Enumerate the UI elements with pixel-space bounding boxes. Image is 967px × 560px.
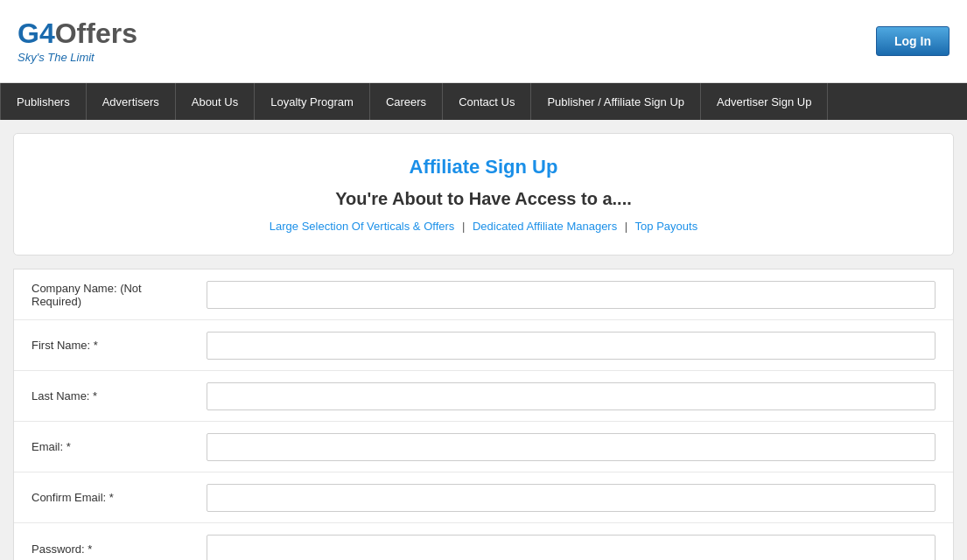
hero-link-verticals[interactable]: Large Selection Of Verticals & Offers (270, 220, 454, 233)
nav-publishers[interactable]: Publishers (0, 83, 87, 120)
label-confirm-email: Confirm Email: * (32, 491, 207, 504)
nav-loyalty[interactable]: Loyalty Program (255, 83, 370, 120)
hero-separator-1: | (462, 220, 465, 233)
hero-title: Affiliate Sign Up (32, 156, 935, 178)
input-email[interactable] (207, 433, 935, 461)
logo: G4Offers (18, 19, 137, 47)
hero-link-managers[interactable]: Dedicated Affiliate Managers (473, 220, 617, 233)
hero-links: Large Selection Of Verticals & Offers | … (32, 220, 935, 233)
login-button[interactable]: Log In (876, 26, 949, 56)
logo-area: G4Offers Sky's The Limit (18, 19, 137, 64)
nav-contact[interactable]: Contact Us (443, 83, 531, 120)
form-section: Company Name: (Not Required)First Name: … (13, 269, 954, 560)
input-password[interactable] (207, 535, 935, 560)
label-company-name: Company Name: (Not Required) (32, 282, 207, 308)
input-company-name[interactable] (207, 281, 935, 309)
nav-about[interactable]: About Us (176, 83, 255, 120)
nav-advertiser-signup[interactable]: Advertiser Sign Up (701, 83, 828, 120)
hero-section: Affiliate Sign Up You're About to Have A… (13, 133, 954, 256)
label-email: Email: * (32, 440, 207, 453)
logo-tagline: Sky's The Limit (18, 51, 137, 64)
hero-link-payouts[interactable]: Top Payouts (635, 220, 698, 233)
header: G4Offers Sky's The Limit Log In (0, 0, 967, 83)
form-row-confirm-email: Confirm Email: * (14, 472, 953, 523)
hero-subtitle: You're About to Have Access to a.... (32, 189, 935, 209)
label-last-name: Last Name: * (32, 389, 207, 402)
input-last-name[interactable] (207, 382, 935, 410)
hero-separator-2: | (625, 220, 627, 233)
input-first-name[interactable] (207, 332, 935, 360)
logo-g4: G4 (18, 18, 55, 49)
navbar: PublishersAdvertisersAbout UsLoyalty Pro… (0, 83, 967, 120)
form-row-email: Email: * (14, 422, 953, 472)
logo-offers: Offers (55, 18, 137, 49)
label-first-name: First Name: * (32, 339, 207, 352)
main-content: Affiliate Sign Up You're About to Have A… (0, 120, 967, 560)
nav-advertisers[interactable]: Advertisers (87, 83, 176, 120)
nav-careers[interactable]: Careers (370, 83, 443, 120)
label-password: Password: * (32, 542, 207, 556)
form-row-last-name: Last Name: * (14, 371, 953, 422)
form-row-password: Password: * (14, 523, 953, 560)
input-confirm-email[interactable] (207, 484, 935, 512)
nav-publisher-signup[interactable]: Publisher / Affiliate Sign Up (531, 83, 701, 120)
form-row-first-name: First Name: * (14, 320, 953, 371)
form-row-company-name: Company Name: (Not Required) (14, 270, 953, 320)
